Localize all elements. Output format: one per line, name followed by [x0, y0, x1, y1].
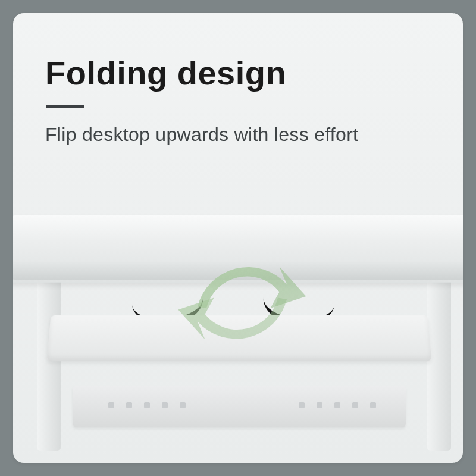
card-subtitle: Flip desktop upwards with less effort — [45, 124, 358, 146]
rotate-ring-icon — [168, 225, 317, 374]
modesty-panel — [73, 386, 406, 427]
title-underline — [46, 105, 84, 108]
desk-leg-right — [427, 273, 451, 451]
promo-card: Folding design Flip desktop upwards with… — [13, 13, 463, 463]
card-title: Folding design — [45, 54, 286, 92]
desk-leg-left — [37, 273, 61, 451]
